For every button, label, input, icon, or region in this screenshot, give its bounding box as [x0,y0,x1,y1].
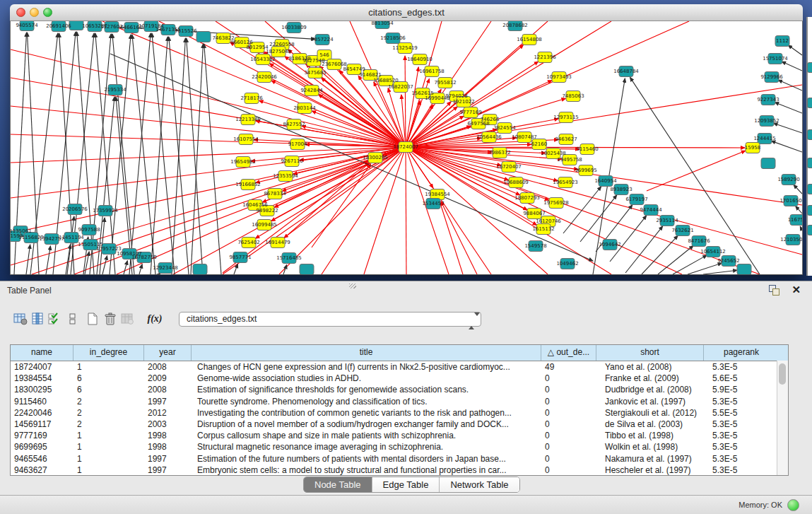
graph-node-label: 16107554 [233,136,259,142]
table-cell: 9465546 [11,453,73,465]
tab-node-table[interactable]: Node Table [304,477,372,492]
graph-node-label: 22260558 [269,42,295,47]
table-cell: Tourette syndrome. Phenomenology and cla… [192,396,541,407]
graph-edge-black [102,256,107,274]
table-cell: Genome-wide association studies in ADHD. [192,373,541,384]
graph-edge-black [771,141,802,152]
show-columns-icon[interactable] [29,310,47,328]
table-cell: 18300295 [11,384,73,395]
graph-node-label: 1615132 [532,226,554,232]
graph-node-label: 15751074 [763,56,788,62]
graph-node-label: 9227343 [757,97,779,103]
table-cell: 5.3E-5 [704,441,779,452]
graph-edge-black [124,261,127,274]
graph-node-label: 546 [319,52,329,58]
table-cell: 0 [541,430,596,441]
window-title: citations_edges.txt [10,7,803,18]
table-row[interactable]: 1872400712008Changes of HCN gene express… [11,361,788,373]
table-row[interactable]: 1456911722003Disruption of a novel membe… [11,419,788,430]
delete-table-icon[interactable] [101,310,119,328]
graph-node-label: 1244415 [753,136,775,141]
table-cell: 19384554 [11,373,73,384]
column-header-year[interactable]: year [144,345,192,361]
graph-node-label: 1527602 [100,24,122,30]
graph-edge-black [67,216,74,274]
graph-node-label: 12923448 [153,265,178,271]
network-canvas[interactable]: 9405574206914061065328715276026466160107… [10,21,803,275]
table-row[interactable]: 2242004622012Investigating the contribut… [11,407,788,419]
table-scrollbar[interactable] [777,361,788,475]
network-window-titlebar[interactable]: citations_edges.txt [10,4,803,21]
table-cell: 5.9E-5 [704,384,779,395]
table-cell: 0 [541,453,596,465]
column-header-title[interactable]: title [192,345,541,361]
graph-node-label: 7632621 [671,228,693,233]
table-cell: 18724007 [11,361,73,373]
selection-mode-icon[interactable] [46,310,64,328]
graph-node[interactable] [69,21,83,30]
create-table-icon[interactable] [83,310,102,328]
table-type-tabs: Node TableEdge TableNetwork Table [303,477,520,493]
graph-node-label: 7986372 [488,150,510,156]
graph-node-label: 15716485 [276,255,302,261]
graph-node-label: 116753 [788,217,802,223]
graph-node[interactable] [737,264,751,275]
graph-node-label: 9267110 [281,158,302,164]
float-panel-icon[interactable] [769,285,780,296]
graph-node-label: 1589290 [777,177,799,182]
table-cell: 2003 [144,419,192,430]
graph-edge-black [580,195,617,242]
table-cell: 1 [73,361,144,373]
column-header-in_degree[interactable]: in_degree [73,345,144,361]
table-cell: 14569117 [11,419,73,430]
table-cell: 22420046 [11,407,73,419]
graph-node [807,225,812,235]
close-panel-icon[interactable]: ✕ [792,284,801,296]
column-header-pagerank[interactable]: pagerank [704,345,779,361]
tab-network-table[interactable]: Network Table [440,477,519,492]
graph-node[interactable] [196,32,211,42]
table-row[interactable]: 946554611997Estimation of the future num… [11,453,788,465]
graph-node-label: 15958 [745,145,760,151]
table-row[interactable]: 911546021997Tourette syndrome. Phenomeno… [11,396,788,407]
column-header-short[interactable]: short [596,345,704,361]
graph-node-label: 9777169 [459,110,481,115]
graph-node[interactable] [300,264,314,275]
graph-node-label: 7485063 [562,93,584,99]
background-window-sliver[interactable] [806,17,812,276]
table-cell: 5.3E-5 [704,396,779,407]
memory-ok-icon[interactable] [787,499,799,511]
graph-node-label: 9884067 [523,211,545,216]
column-header-out_de[interactable]: △ out_de... [541,345,596,361]
table-cell: de Silva et al. (2003) [596,419,704,430]
row-height-icon[interactable] [64,310,82,328]
table-row[interactable]: 977716911998Corpus callosum shape and si… [11,430,788,441]
import-table-icon[interactable] [119,310,137,328]
table-options-icon[interactable] [11,310,30,328]
function-builder-icon[interactable]: f(x) [146,310,164,328]
graph-edge-black [642,235,678,274]
table-cell: 0 [541,419,596,430]
node-table: namein_degreeyeartitle△ out_de...shortpa… [10,344,789,476]
graph-node-label: 8454749 [343,66,365,72]
table-cell: 5.3E-5 [704,465,779,476]
column-header-name[interactable]: name [11,345,73,361]
graph-node-label: 1701650 [779,198,801,204]
table-row[interactable]: 1830029562008Estimation of significance … [11,384,788,395]
table-row[interactable]: 946362711997Embryonic stem cells: a mode… [11,465,788,476]
graph-node[interactable] [193,264,207,275]
table-select-dropdown[interactable]: citations_edges.txt [179,312,481,327]
graph-node[interactable] [761,158,775,169]
network-window[interactable]: citations_edges.txt 94055742069140610653… [10,4,803,274]
table-cell: Structural magnetic resonance image aver… [192,441,541,452]
tab-edge-table[interactable]: Edge Table [372,477,440,492]
graph-node-label: 12103504 [780,237,802,243]
table-scrollbar-thumb[interactable] [779,363,786,385]
table-row[interactable]: 1938455462009Genome-wide association stu… [11,373,788,384]
graph-node-label: 15688520 [373,78,399,83]
graph-node-label: 11451194 [59,235,84,240]
table-row[interactable]: 969969511998Structural magnetic resonanc… [11,441,788,452]
table-cell: 5.3E-5 [704,419,779,430]
splitter-grip-icon[interactable] [349,284,356,288]
graph-node-label: 1534457 [422,201,444,206]
